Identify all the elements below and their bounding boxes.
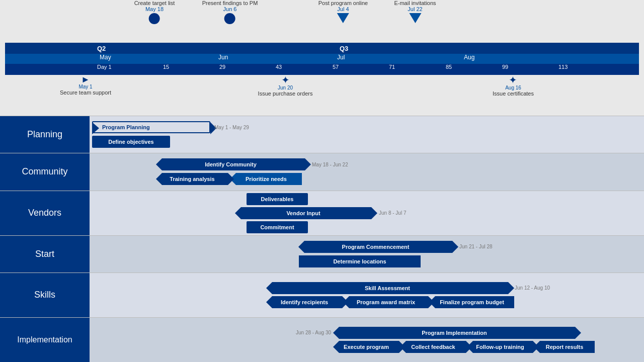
annotations-area: ► May 1 Secure team support ✦ Jun 20 Iss… [5, 75, 639, 101]
row-content-skills: Skill Assessment Jun 12 - Aug 10 Identif… [90, 273, 644, 317]
month-bar: May Jun Jul Aug [5, 54, 639, 64]
milestone-date: Jul 22 [394, 6, 436, 12]
task-deliverables: Deliverables [90, 193, 644, 205]
milestone-date: Jul 4 [318, 6, 368, 12]
milestone-present-findings: Present findings to PM Jun 6 [202, 0, 258, 25]
annotation-secure-team: ► May 1 Secure team support [60, 75, 111, 96]
day-113: 113 [558, 64, 568, 70]
task-training-prioritize: Training analysis Prioritize needs [90, 173, 644, 185]
milestone-post-program: Post program online Jul 4 [318, 0, 368, 24]
row-label-skills: Skills [0, 273, 90, 317]
annotation-date: Jun 20 [258, 85, 313, 90]
row-content-planning: Program Planning May 1 - May 29 Define o… [90, 116, 644, 153]
row-content-implementation: Jun 28 - Aug 30 Program Implementation E… [90, 318, 644, 362]
day-85: 85 [446, 64, 452, 70]
month-aug: Aug [464, 54, 474, 61]
row-content-vendors: Deliverables Vendor Input Jun 8 - Jul 7 … [90, 191, 644, 235]
row-skills: Skills Skill Assessment Jun 12 - Aug 10 [0, 273, 644, 317]
month-may: May [100, 54, 111, 61]
milestone-label: Post program online [318, 0, 368, 6]
annotation-certificates: ✦ Aug 16 Issue certificates [493, 75, 534, 97]
row-label-community: Community [0, 153, 90, 190]
annotation-label: Issue certificates [493, 90, 534, 97]
task-define-objectives: Define objectives [90, 136, 644, 148]
task-skills-sub: Identify recipients Program award matrix… [90, 296, 644, 308]
day-29: 29 [219, 64, 225, 70]
task-implementation-sub: Execute program Collect feedback Follow-… [90, 341, 644, 353]
row-label-implementation: Implementation [0, 318, 90, 362]
row-content-community: Identify Community May 18 - Jun 22 Train… [90, 153, 644, 190]
milestone-email-invitations: E-mail invitations Jul 22 [394, 0, 436, 24]
day-bar: Day 1 15 29 43 57 71 85 99 113 [5, 64, 639, 75]
annotation-label: Secure team support [60, 89, 111, 96]
main-container: Create target list May 18 Present findin… [0, 0, 644, 362]
row-label-vendors: Vendors [0, 191, 90, 235]
milestone-label: Create target list [134, 0, 175, 6]
day-57: 57 [333, 64, 339, 70]
milestone-label: E-mail invitations [394, 0, 436, 6]
row-vendors: Vendors Deliverables Vendor Input Jun [0, 191, 644, 235]
day-43: 43 [276, 64, 282, 70]
day-71: 71 [389, 64, 395, 70]
milestone-triangle [409, 13, 421, 23]
timeline-header: Create target list May 18 Present findin… [0, 0, 644, 116]
milestone-dot [224, 13, 235, 24]
milestone-label: Present findings to PM [202, 0, 258, 6]
task-commitment: Commitment [90, 221, 644, 233]
row-label-start: Start [0, 236, 90, 273]
task-vendor-input: Vendor Input Jun 8 - Jul 7 [90, 207, 644, 219]
row-label-planning: Planning [0, 116, 90, 153]
task-program-commencement: Program Commencement Jun 21 - Jul 28 [90, 241, 644, 253]
row-community: Community Identify Community May 18 - Ju… [0, 153, 644, 190]
annotation-date: Aug 16 [493, 85, 534, 90]
quarter-bar-bg [95, 43, 634, 54]
milestones-area: Create target list May 18 Present findin… [5, 0, 639, 43]
row-planning: Planning Program Planning May 1 - May 29… [0, 116, 644, 153]
annotation-date: May 1 [60, 84, 111, 89]
annotation-label: Issue purchase orders [258, 90, 313, 97]
task-program-implementation: Jun 28 - Aug 30 Program Implementation [90, 327, 644, 339]
milestone-create-target: Create target list May 18 [134, 0, 175, 25]
milestone-dot [149, 13, 160, 24]
day-1: Day 1 [97, 64, 112, 70]
gantt-rows: Planning Program Planning May 1 - May 29… [0, 116, 644, 362]
row-content-start: Program Commencement Jun 21 - Jul 28 Det… [90, 236, 644, 273]
task-program-planning: Program Planning May 1 - May 29 [90, 121, 644, 133]
milestone-triangle [337, 13, 349, 23]
annotation-purchase-orders: ✦ Jun 20 Issue purchase orders [258, 75, 313, 97]
task-determine-locations: Determine locations [90, 255, 644, 267]
day-15: 15 [163, 64, 169, 70]
quarter-bar: Q2 Q3 [5, 43, 639, 54]
row-start: Start Program Commencement Jun 21 - Jul … [0, 235, 644, 273]
milestone-date: May 18 [134, 6, 175, 12]
day-99: 99 [502, 64, 508, 70]
milestone-date: Jun 6 [202, 6, 258, 12]
task-skill-assessment: Skill Assessment Jun 12 - Aug 10 [90, 282, 644, 294]
task-identify-community: Identify Community May 18 - Jun 22 [90, 158, 644, 170]
month-jul: Jul [337, 54, 345, 61]
month-jun: Jun [218, 54, 228, 61]
row-implementation: Implementation Jun 28 - Aug 30 Program I… [0, 317, 644, 362]
